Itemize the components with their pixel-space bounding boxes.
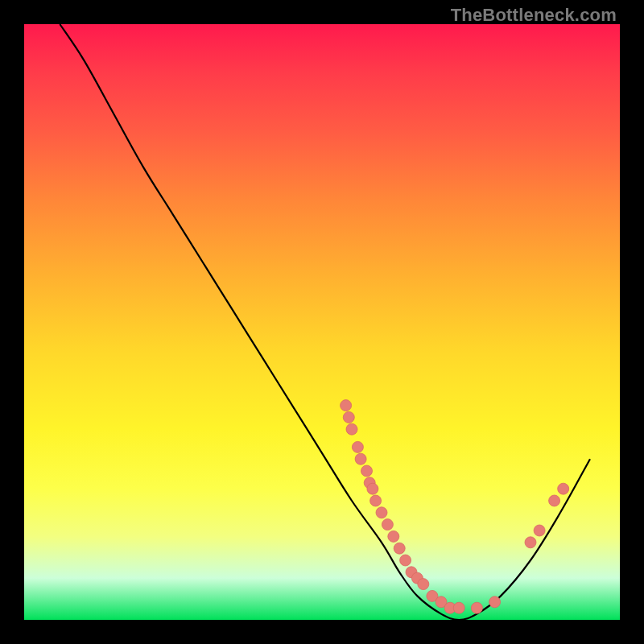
data-point xyxy=(382,519,393,530)
data-point xyxy=(352,441,363,452)
data-point xyxy=(400,555,411,566)
scatter-points xyxy=(341,400,569,614)
data-point xyxy=(453,602,464,613)
watermark-text: TheBottleneck.com xyxy=(451,5,617,26)
data-point xyxy=(549,495,560,506)
data-point xyxy=(376,507,387,518)
data-point xyxy=(471,602,482,613)
chart-svg xyxy=(24,24,620,620)
data-point xyxy=(367,483,378,494)
data-point xyxy=(343,411,354,423)
data-point xyxy=(346,423,357,435)
data-point xyxy=(341,400,352,411)
data-point xyxy=(534,525,545,536)
data-point xyxy=(370,495,382,506)
data-point xyxy=(418,579,429,590)
data-point xyxy=(388,530,399,542)
data-point xyxy=(361,465,373,477)
data-point xyxy=(489,597,501,608)
data-point xyxy=(558,483,569,494)
bottleneck-curve xyxy=(60,24,590,620)
data-point xyxy=(525,537,536,548)
data-point xyxy=(394,543,405,554)
data-point xyxy=(355,453,366,464)
